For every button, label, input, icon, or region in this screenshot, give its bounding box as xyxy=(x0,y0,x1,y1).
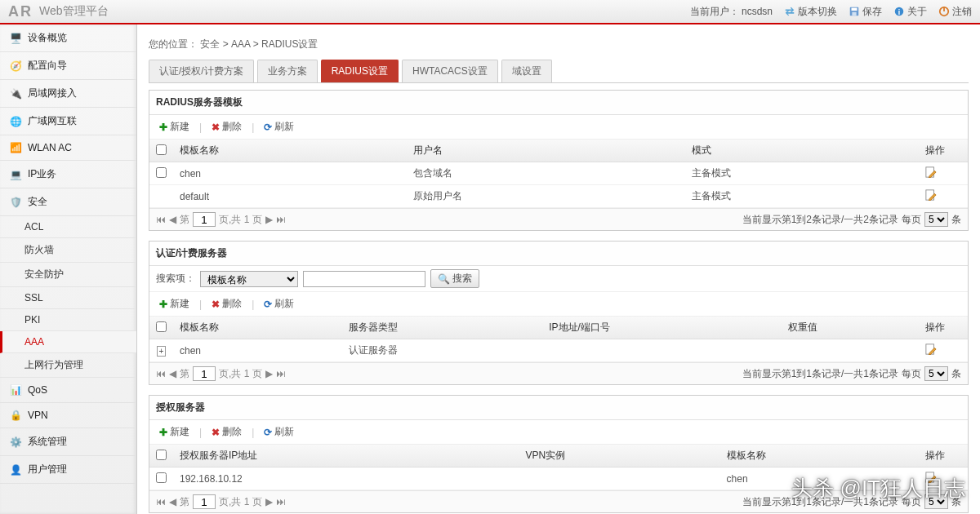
tab-domain[interactable]: 域设置 xyxy=(501,60,552,82)
refresh-button[interactable]: ⟳刷新 xyxy=(261,118,297,135)
x-icon: ✖ xyxy=(212,122,220,133)
header: AR Web管理平台 当前用户：ncsdsn 版本切换 保存 i关于 注销 xyxy=(0,0,980,24)
delete-button[interactable]: ✖删除 xyxy=(208,118,245,135)
tab-radius[interactable]: RADIUS设置 xyxy=(321,60,399,82)
sidebar-sub-pki[interactable]: PKI xyxy=(0,309,136,331)
first-page-icon[interactable]: ⏮ xyxy=(156,214,166,225)
sidebar-item-wlan[interactable]: 📶WLAN AC xyxy=(0,135,136,161)
svg-text:i: i xyxy=(898,8,900,16)
add-button[interactable]: ✚新建 xyxy=(156,295,193,312)
sidebar-sub-ssl[interactable]: SSL xyxy=(0,287,136,309)
page-input[interactable] xyxy=(193,494,216,509)
last-page-icon[interactable]: ⏭ xyxy=(276,496,286,507)
next-page-icon[interactable]: ▶ xyxy=(265,496,273,507)
product-name: Web管理平台 xyxy=(39,4,109,19)
toolbar: ✚新建 | ✖删除 | ⟳刷新 xyxy=(149,292,968,317)
vpn-icon: 🔒 xyxy=(10,410,21,421)
col-template-name: 模板名称 xyxy=(173,140,407,162)
select-all-checkbox[interactable] xyxy=(156,450,167,460)
tab-hwtacacs[interactable]: HWTACACS设置 xyxy=(402,60,498,82)
sidebar-item-system[interactable]: ⚙️系统管理 xyxy=(0,428,136,456)
page-input[interactable] xyxy=(193,366,216,381)
last-page-icon[interactable]: ⏭ xyxy=(276,214,286,225)
breadcrumb: 您的位置： 安全 > AAA > RADIUS设置 xyxy=(149,33,969,60)
select-all-checkbox[interactable] xyxy=(156,321,167,332)
col-mode: 模式 xyxy=(685,140,919,162)
table-row: default 原始用户名 主备模式 xyxy=(149,185,968,208)
refresh-button[interactable]: ⟳刷新 xyxy=(261,295,297,312)
tab-service-scheme[interactable]: 业务方案 xyxy=(257,60,318,82)
page-size-select[interactable]: 5 xyxy=(924,366,948,381)
main: 您的位置： 安全 > AAA > RADIUS设置 认证/授权/计费方案 业务方… xyxy=(137,24,980,514)
plus-icon: ✚ xyxy=(159,427,167,438)
toolbar: ✚新建 | ✖删除 | ⟳刷新 xyxy=(149,420,968,445)
panel-auth-server: 认证/计费服务器 搜索项： 模板名称 🔍搜索 ✚新建 | ✖删除 | ⟳刷新 模… xyxy=(149,241,969,385)
select-all-checkbox[interactable] xyxy=(156,144,167,155)
wan-icon: 🌐 xyxy=(10,116,21,127)
svg-rect-2 xyxy=(852,12,856,16)
refresh-button[interactable]: ⟳刷新 xyxy=(261,423,297,441)
panel-title: RADIUS服务器模板 xyxy=(149,91,968,115)
prev-page-icon[interactable]: ◀ xyxy=(169,214,176,225)
plus-icon: ✚ xyxy=(159,299,167,310)
delete-button[interactable]: ✖删除 xyxy=(208,295,245,312)
table-row: chen 包含域名 主备模式 xyxy=(149,162,968,185)
panel-radius-template: RADIUS服务器模板 ✚新建 | ✖删除 | ⟳刷新 模板名称 用户名 模式 … xyxy=(149,90,969,231)
first-page-icon[interactable]: ⏮ xyxy=(156,368,166,379)
add-button[interactable]: ✚新建 xyxy=(156,423,193,441)
refresh-icon: ⟳ xyxy=(264,427,272,438)
sidebar-item-wizard[interactable]: 🧭配置向导 xyxy=(0,52,136,80)
tab-auth-scheme[interactable]: 认证/授权/计费方案 xyxy=(149,60,254,82)
edit-button[interactable] xyxy=(925,169,937,180)
header-actions: 当前用户：ncsdsn 版本切换 保存 i关于 注销 xyxy=(690,5,972,19)
sidebar-sub-acl[interactable]: ACL xyxy=(0,216,136,238)
row-checkbox[interactable] xyxy=(156,472,167,483)
sidebar-item-vpn[interactable]: 🔒VPN xyxy=(0,403,136,428)
next-page-icon[interactable]: ▶ xyxy=(265,368,273,379)
sidebar-item-qos[interactable]: 📊QoS xyxy=(0,378,136,403)
search-input[interactable] xyxy=(303,271,425,287)
lan-icon: 🔌 xyxy=(10,88,21,100)
col-username: 用户名 xyxy=(407,140,684,162)
sidebar-sub-protect[interactable]: 安全防护 xyxy=(0,263,136,287)
sidebar-sub-behavior[interactable]: 上网行为管理 xyxy=(0,353,136,378)
page-input[interactable] xyxy=(193,212,216,227)
logout-link[interactable]: 注销 xyxy=(938,5,972,19)
row-checkbox[interactable] xyxy=(156,167,167,178)
wlan-icon: 📶 xyxy=(10,142,21,153)
about-link[interactable]: i关于 xyxy=(893,5,927,19)
prev-page-icon[interactable]: ◀ xyxy=(169,496,176,507)
search-field-select[interactable]: 模板名称 xyxy=(200,271,298,287)
sidebar-item-ip[interactable]: 💻IP业务 xyxy=(0,161,136,188)
sidebar-sub-aaa[interactable]: AAA xyxy=(0,331,136,353)
edit-button[interactable] xyxy=(925,192,937,203)
edit-button[interactable] xyxy=(925,346,937,357)
qos-icon: 📊 xyxy=(10,384,21,396)
logo: AR xyxy=(8,3,33,20)
sidebar-sub-firewall[interactable]: 防火墙 xyxy=(0,238,136,263)
next-page-icon[interactable]: ▶ xyxy=(265,214,273,225)
prev-page-icon[interactable]: ◀ xyxy=(169,368,176,379)
page-size-select[interactable]: 5 xyxy=(924,212,948,227)
gear-icon: ⚙️ xyxy=(10,436,21,448)
sidebar: 🖥️设备概览 🧭配置向导 🔌局域网接入 🌐广域网互联 📶WLAN AC 💻IP业… xyxy=(0,24,137,514)
version-switch-link[interactable]: 版本切换 xyxy=(784,5,837,19)
delete-button[interactable]: ✖删除 xyxy=(208,423,245,441)
watermark: 头杀 @IT狂人日志 xyxy=(791,474,965,503)
sidebar-item-wan[interactable]: 🌐广域网互联 xyxy=(0,108,136,135)
first-page-icon[interactable]: ⏮ xyxy=(156,496,166,507)
add-button[interactable]: ✚新建 xyxy=(156,118,193,135)
svg-rect-6 xyxy=(943,7,945,11)
sidebar-item-users[interactable]: 👤用户管理 xyxy=(0,456,136,484)
last-page-icon[interactable]: ⏭ xyxy=(276,368,286,379)
sidebar-item-security[interactable]: 🛡️安全 xyxy=(0,188,136,216)
col-action: 操作 xyxy=(919,140,968,162)
toolbar: ✚新建 | ✖删除 | ⟳刷新 xyxy=(149,115,968,140)
search-row: 搜索项： 模板名称 🔍搜索 xyxy=(149,266,968,292)
wizard-icon: 🧭 xyxy=(10,60,21,72)
search-button[interactable]: 🔍搜索 xyxy=(430,269,479,288)
save-link[interactable]: 保存 xyxy=(849,5,882,19)
sidebar-item-device[interactable]: 🖥️设备概览 xyxy=(0,24,136,52)
sidebar-item-lan[interactable]: 🔌局域网接入 xyxy=(0,80,136,108)
expand-icon[interactable]: + xyxy=(157,346,167,357)
